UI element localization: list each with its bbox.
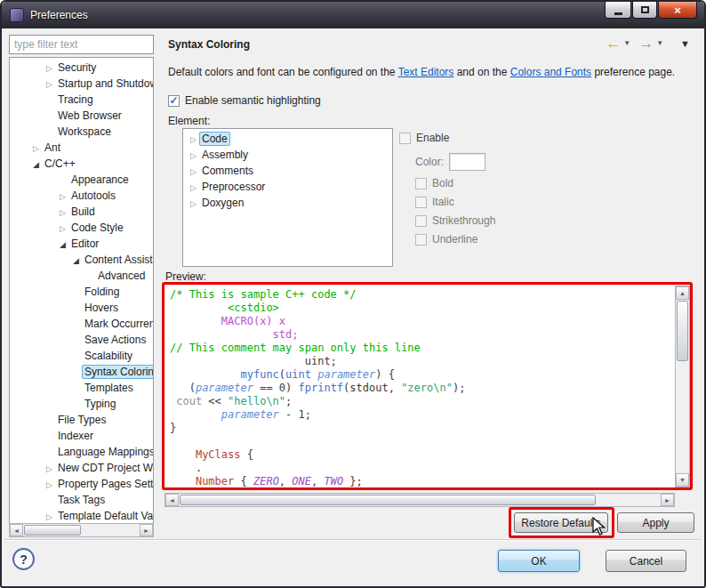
expanded-arrow-icon[interactable]: ◢ [70, 253, 82, 268]
italic-checkbox[interactable] [415, 197, 427, 208]
collapsed-arrow-icon[interactable]: ▷ [57, 189, 68, 204]
tree-item-startup-and-shutdow[interactable]: ▷Startup and Shutdow [10, 76, 153, 92]
tree-item-language-mappings[interactable]: Language Mappings [10, 444, 153, 460]
preview-horizontal-scrollbar[interactable]: ◄ ► [164, 493, 675, 507]
cancel-button[interactable]: Cancel [606, 550, 686, 572]
tree-item-task-tags[interactable]: Task Tags [10, 492, 153, 508]
tree-item-file-types[interactable]: File Types [10, 412, 153, 428]
tree-item-template-default-va[interactable]: ▷Template Default Va [10, 508, 153, 523]
element-item-preprocessor[interactable]: ▷Preprocessor [183, 179, 392, 195]
scroll-left-icon[interactable]: ◄ [165, 494, 179, 506]
tree-item-web-browser[interactable]: Web Browser [10, 108, 153, 124]
enable-semantic-highlighting-checkbox[interactable]: ✓ [168, 95, 180, 107]
text-editors-link[interactable]: Text Editors [398, 66, 454, 78]
element-item-doxygen[interactable]: ▷Doxygen [183, 195, 392, 211]
colors-and-fonts-link[interactable]: Colors and Fonts [510, 66, 591, 78]
collapsed-arrow-icon[interactable]: ▷ [188, 164, 199, 180]
expanded-arrow-icon[interactable]: ◢ [57, 237, 68, 252]
collapsed-arrow-icon[interactable]: ▷ [188, 148, 199, 164]
forward-icon[interactable]: → [638, 36, 654, 51]
maximize-button[interactable] [632, 2, 657, 19]
minimize-button[interactable] [605, 2, 631, 19]
collapsed-arrow-icon[interactable]: ▷ [188, 180, 199, 196]
code-token: } [170, 422, 176, 434]
description-text: Default colors and font can be configure… [168, 66, 398, 78]
tree-item-scalability[interactable]: Scalability [10, 348, 153, 364]
help-button[interactable]: ? [12, 548, 35, 570]
tree-item-new-cdt-project-wi[interactable]: ▷New CDT Project Wi [10, 460, 153, 476]
preview-code[interactable]: /* This is sample C++ code */ <cstdio> M… [164, 286, 675, 487]
collapsed-arrow-icon[interactable]: ▷ [188, 132, 199, 148]
bold-checkbox[interactable] [415, 178, 427, 189]
expanded-arrow-icon[interactable]: ◢ [30, 157, 42, 172]
collapsed-arrow-icon[interactable]: ▷ [30, 141, 42, 156]
collapsed-arrow-icon[interactable]: ▷ [44, 60, 55, 76]
collapsed-arrow-icon[interactable]: ▷ [44, 461, 55, 476]
scrollbar-thumb[interactable] [24, 525, 81, 536]
code-token: << [202, 395, 228, 407]
collapsed-arrow-icon[interactable]: ▷ [44, 77, 55, 92]
tree-item-mark-occurrence[interactable]: Mark Occurrence [10, 316, 153, 332]
code-token: ( [170, 382, 196, 394]
collapse-icon[interactable]: ▼ [680, 38, 690, 49]
collapsed-arrow-icon[interactable]: ▷ [57, 221, 68, 236]
ok-button[interactable]: OK [498, 550, 580, 572]
scroll-right-icon[interactable]: ► [661, 494, 674, 506]
tree-item-hovers[interactable]: Hovers [10, 300, 153, 316]
collapsed-arrow-icon[interactable]: ▷ [188, 196, 199, 212]
back-dropdown-icon[interactable]: ▼ [623, 39, 630, 47]
tree-item-typing[interactable]: Typing [10, 396, 153, 412]
tree-item-ant[interactable]: ▷Ant [10, 140, 153, 156]
scrollbar-track[interactable] [82, 524, 140, 536]
tree-item-label: Language Mappings [55, 445, 153, 459]
enable-checkbox[interactable] [399, 133, 411, 144]
scroll-right-icon[interactable]: ► [140, 524, 153, 536]
filter-input[interactable] [9, 35, 154, 54]
element-item-comments[interactable]: ▷Comments [183, 163, 392, 179]
collapsed-arrow-icon[interactable]: ▷ [57, 205, 68, 220]
scrollbar-thumb[interactable] [180, 495, 596, 505]
tree-item-property-pages-setti[interactable]: ▷Property Pages Setti [10, 476, 153, 492]
apply-button[interactable]: Apply [617, 512, 694, 533]
element-item-assembly[interactable]: ▷Assembly [183, 147, 392, 163]
close-button[interactable]: × [658, 2, 697, 19]
tree-item-indexer[interactable]: Indexer [10, 428, 153, 444]
tree-item-editor[interactable]: ◢Editor [10, 236, 153, 252]
scrollbar-track[interactable] [597, 494, 661, 506]
strikethrough-checkbox[interactable] [415, 215, 427, 227]
tree-item-tracing[interactable]: Tracing [10, 92, 153, 108]
underline-checkbox[interactable] [415, 234, 427, 246]
code-line: /* This is sample C++ code */ [170, 288, 675, 302]
tree-item-autotools[interactable]: ▷Autotools [10, 188, 153, 204]
element-item-code[interactable]: ▷Code [183, 131, 392, 147]
scroll-down-icon[interactable]: ▼ [676, 473, 689, 487]
collapsed-arrow-icon[interactable]: ▷ [44, 477, 55, 492]
scrollbar-thumb[interactable] [677, 301, 688, 361]
tree-item-code-style[interactable]: ▷Code Style [10, 220, 153, 236]
scroll-left-icon[interactable]: ◄ [10, 524, 23, 536]
tree-item-save-actions[interactable]: Save Actions [10, 332, 153, 348]
enable-label: Enable [416, 132, 449, 144]
tree-item-appearance[interactable]: Appearance [10, 172, 153, 188]
tree-item-build[interactable]: ▷Build [10, 204, 153, 220]
color-swatch[interactable] [449, 153, 485, 171]
tree-item-folding[interactable]: Folding [10, 284, 153, 300]
scrollbar-track[interactable] [676, 362, 689, 473]
collapsed-arrow-icon[interactable]: ▷ [44, 509, 55, 523]
titlebar[interactable]: Preferences × [2, 2, 704, 28]
code-token: , [279, 475, 292, 487]
tree-item-syntax-coloring[interactable]: Syntax Coloring [10, 364, 153, 380]
preview-vertical-scrollbar[interactable]: ▲ ▼ [675, 286, 690, 487]
tree-item-advanced[interactable]: Advanced [10, 268, 153, 284]
tree-item-security[interactable]: ▷Security [10, 60, 153, 76]
tree-item-c-c[interactable]: ◢C/C++ [10, 156, 153, 172]
scroll-up-icon[interactable]: ▲ [676, 286, 689, 300]
code-token: (stdout, [343, 382, 401, 394]
tree-item-content-assist[interactable]: ◢Content Assist [10, 252, 153, 268]
tree-horizontal-scrollbar[interactable]: ◄ ► [9, 523, 154, 537]
forward-dropdown-icon[interactable]: ▼ [656, 39, 663, 47]
tree-item-templates[interactable]: Templates [10, 380, 153, 396]
tree-item-workspace[interactable]: Workspace [10, 124, 153, 140]
back-icon[interactable]: ← [606, 36, 621, 51]
tree-item-label: Content Assist [82, 253, 153, 267]
